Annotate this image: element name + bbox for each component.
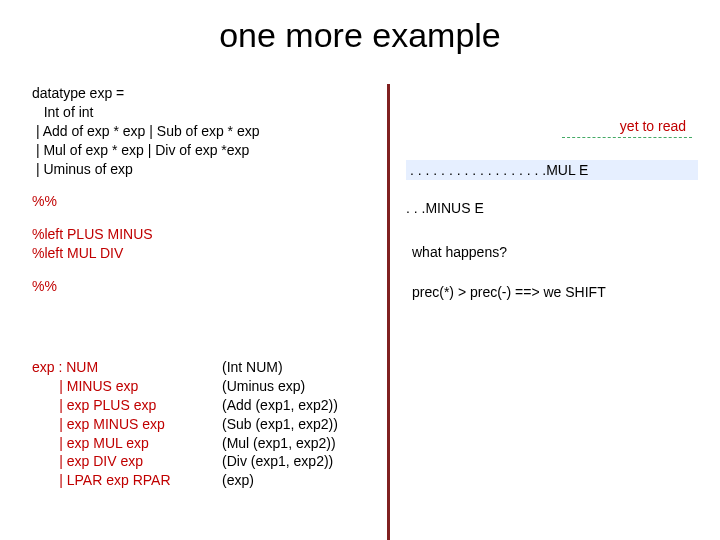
assoc-l1: %left PLUS MINUS	[32, 226, 153, 242]
what-happens: what happens?	[412, 244, 507, 260]
rule-2: | exp PLUS exp	[32, 397, 156, 413]
slide-body: datatype exp = Int of int | Add of exp *…	[32, 84, 704, 540]
dt-l1: datatype exp =	[32, 85, 124, 101]
sema-4: (Mul (exp1, exp2))	[222, 435, 336, 451]
precedence-resolution: prec(*) > prec(-) ==> we SHIFT	[412, 284, 606, 300]
rule-4: | exp MUL exp	[32, 435, 149, 451]
grammar-rules: exp : NUM | MINUS exp | exp PLUS exp | e…	[32, 358, 222, 490]
sema-1: (Uminus exp)	[222, 378, 305, 394]
slide-title: one more example	[0, 0, 720, 55]
assoc-block: %left PLUS MINUS %left MUL DIV	[32, 225, 387, 263]
rule-3: | exp MINUS exp	[32, 416, 165, 432]
dt-l3: | Add of exp * exp | Sub of exp * exp	[32, 123, 260, 139]
rule-1: | MINUS exp	[32, 378, 138, 394]
semantic-actions: (Int NUM) (Uminus exp) (Add (exp1, exp2)…	[222, 358, 338, 490]
dt-l4: | Mul of exp * exp | Div of exp *exp	[32, 142, 249, 158]
rule-6: | LPAR exp RPAR	[32, 472, 171, 488]
sema-0: (Int NUM)	[222, 359, 283, 375]
yet-to-read-label: yet to read	[620, 118, 686, 134]
datatype-block: datatype exp = Int of int | Add of exp *…	[32, 84, 387, 178]
sema-2: (Add (exp1, exp2))	[222, 397, 338, 413]
separator-2: %%	[32, 277, 387, 296]
assoc-l2: %left MUL DIV	[32, 245, 123, 261]
grammar-block: exp : NUM | MINUS exp | exp PLUS exp | e…	[32, 358, 338, 504]
sema-5: (Div (exp1, exp2))	[222, 453, 333, 469]
stack-minus-e: . . .MINUS E	[406, 200, 484, 216]
left-column: datatype exp = Int of int | Add of exp *…	[32, 84, 387, 540]
rule-head: exp : NUM	[32, 359, 98, 375]
rule-5: | exp DIV exp	[32, 453, 143, 469]
stack-mul-e: . . . . . . . . . . . . . . . . . .MUL E	[406, 160, 698, 180]
sema-6: (exp)	[222, 472, 254, 488]
separator-1: %%	[32, 192, 387, 211]
right-column: yet to read . . . . . . . . . . . . . . …	[387, 84, 704, 540]
sema-3: (Sub (exp1, exp2))	[222, 416, 338, 432]
dt-l2: Int of int	[32, 104, 93, 120]
dt-l5: | Uminus of exp	[32, 161, 133, 177]
brace-decor-top	[562, 137, 692, 138]
